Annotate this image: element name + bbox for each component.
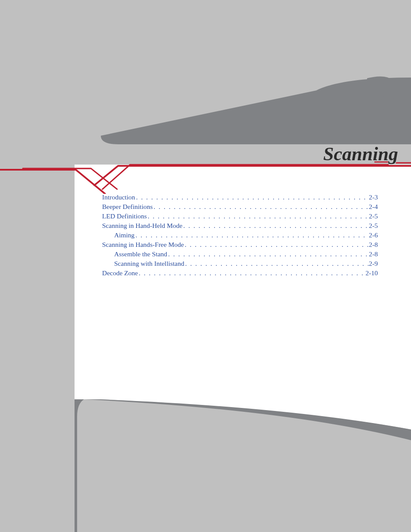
toc-entry-page: 2-10 [366,268,378,278]
toc-entry-label: Decode Zone [102,268,138,278]
toc-entry[interactable]: Scanning with Intellistand . . . . . . .… [102,259,378,268]
toc-entry-label: Scanning in Hands-Free Mode [102,240,184,249]
toc-entry-page: 2-3 [369,193,378,202]
toc-entry-label: Beeper Definitions [102,202,153,212]
toc-entry-page: 2-6 [369,230,378,240]
toc-entry-label: LED Definitions [102,212,147,221]
toc-entry-page: 2-9 [369,259,378,268]
chapter-toc: Introduction . . . . . . . . . . . . . .… [102,193,378,278]
toc-leader-dots: . . . . . . . . . . . . . . . . . . . . … [184,240,369,249]
toc-entry-page: 2-8 [369,240,378,249]
toc-entry-label: Scanning with Intellistand [114,259,184,268]
toc-entry-page: 2-4 [369,202,378,212]
toc-leader-dots: . . . . . . . . . . . . . . . . . . . . … [135,193,369,202]
toc-entry[interactable]: Scanning in Hand-Held Mode . . . . . . .… [102,221,378,230]
toc-entry-label: Introduction [102,193,135,202]
toc-entry-label: Aiming [114,230,134,240]
toc-leader-dots: . . . . . . . . . . . . . . . . . . . . … [182,221,369,230]
toc-entry-page: 2-8 [369,249,378,259]
toc-entry[interactable]: Decode Zone . . . . . . . . . . . . . . … [102,268,378,278]
toc-leader-dots: . . . . . . . . . . . . . . . . . . . . … [138,268,366,278]
toc-entry[interactable]: Aiming . . . . . . . . . . . . . . . . .… [102,230,378,240]
toc-entry[interactable]: Introduction . . . . . . . . . . . . . .… [102,193,378,202]
toc-entry-label: Scanning in Hand-Held Mode [102,221,182,230]
toc-entry[interactable]: LED Definitions . . . . . . . . . . . . … [102,212,378,221]
bottom-gray-sweep-main [75,399,411,532]
toc-leader-dots: . . . . . . . . . . . . . . . . . . . . … [167,249,369,259]
toc-entry-page: 2-5 [369,212,378,221]
toc-entry-page: 2-5 [369,221,378,230]
toc-leader-dots: . . . . . . . . . . . . . . . . . . . . … [153,202,369,212]
chapter-number: 2 [357,62,398,144]
chapter-title: Scanning [323,143,398,165]
chapter-cover-page: 2 Scanning [0,0,411,532]
toc-leader-dots: . . . . . . . . . . . . . . . . . . . . … [184,259,369,268]
toc-entry[interactable]: Assemble the Stand . . . . . . . . . . .… [102,249,378,259]
toc-entry[interactable]: Scanning in Hands-Free Mode . . . . . . … [102,240,378,249]
toc-entry[interactable]: Beeper Definitions . . . . . . . . . . .… [102,202,378,212]
toc-leader-dots: . . . . . . . . . . . . . . . . . . . . … [134,230,369,240]
toc-leader-dots: . . . . . . . . . . . . . . . . . . . . … [147,212,369,221]
toc-entry-label: Assemble the Stand [114,249,167,259]
